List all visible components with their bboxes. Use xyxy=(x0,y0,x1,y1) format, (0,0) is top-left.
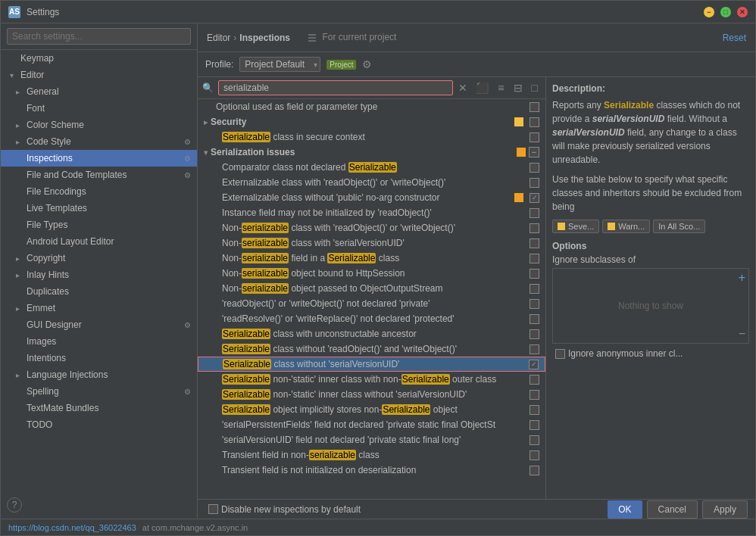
list-item[interactable]: 'readObject()' or 'writeObject()' not de… xyxy=(198,296,545,311)
item-checkbox[interactable] xyxy=(530,435,539,445)
list-item[interactable]: Serializable object implicitly stores no… xyxy=(198,402,545,417)
sidebar-item-language-injections[interactable]: ▸ Language Injections xyxy=(1,366,197,383)
sidebar-item-todo[interactable]: TODO xyxy=(1,416,197,433)
item-checkbox[interactable] xyxy=(530,344,539,354)
remove-class-button[interactable]: − xyxy=(739,328,745,340)
close-button[interactable]: ✕ xyxy=(737,7,748,17)
sidebar-item-textmate-bundles[interactable]: TextMate Bundles xyxy=(1,400,197,416)
list-item[interactable]: Non-serializable object bound to HttpSes… xyxy=(198,266,545,281)
item-checkbox[interactable] xyxy=(530,102,539,112)
sidebar-item-emmet[interactable]: ▸ Emmet xyxy=(1,300,197,316)
item-checkbox[interactable] xyxy=(530,193,539,203)
sidebar-item-live-templates[interactable]: Live Templates xyxy=(1,200,197,217)
collapse-all-button[interactable]: ⊟ xyxy=(511,80,526,95)
list-item[interactable]: Serializable class in secure context xyxy=(198,129,545,145)
sidebar-item-general[interactable]: ▸ General xyxy=(1,83,197,100)
list-item[interactable]: Non-serializable class with 'readObject(… xyxy=(198,220,545,235)
list-item[interactable]: Serializable non-'static' inner class wi… xyxy=(198,372,545,387)
item-checkbox[interactable] xyxy=(530,238,539,248)
list-item[interactable]: Externalizable class without 'public' no… xyxy=(198,190,545,205)
item-text: Serializable class without 'serialVersio… xyxy=(223,359,399,369)
profile-select[interactable]: Project Default xyxy=(239,57,320,72)
sidebar-item-intentions[interactable]: Intentions xyxy=(1,350,197,366)
list-item[interactable]: Transient field in non-serializable clas… xyxy=(198,447,545,463)
more-options-button[interactable]: □ xyxy=(529,80,541,95)
list-item[interactable]: Optional used as field or parameter type xyxy=(198,99,545,114)
item-checkbox[interactable] xyxy=(530,375,539,385)
sidebar-item-file-types[interactable]: File Types xyxy=(1,217,197,233)
ignore-anonymous-checkbox[interactable] xyxy=(555,349,565,359)
sidebar-item-copyright[interactable]: ▸ Copyright xyxy=(1,250,197,266)
item-checkbox[interactable] xyxy=(530,420,539,430)
sidebar-item-inlay-hints[interactable]: ▸ Inlay Hints xyxy=(1,266,197,283)
sidebar-item-code-style[interactable]: ▸ Code Style ⚙ xyxy=(1,133,197,150)
item-checkbox[interactable] xyxy=(530,284,539,294)
list-item[interactable]: Non-serializable class with 'serialVersi… xyxy=(198,235,545,251)
list-item[interactable]: Comparator class not declared Serializab… xyxy=(198,160,545,175)
item-checkbox[interactable] xyxy=(530,329,539,339)
item-checkbox[interactable] xyxy=(530,163,539,173)
sidebar-item-font[interactable]: Font xyxy=(1,100,197,117)
list-item-group-serialization[interactable]: ▾ Serialization issues − xyxy=(198,145,545,160)
filter-button[interactable]: ⬛ xyxy=(473,80,492,95)
reset-button[interactable]: Reset xyxy=(723,33,746,43)
severity-tab-1[interactable]: Warn... xyxy=(602,220,650,233)
sidebar-item-images[interactable]: Images xyxy=(1,333,197,350)
collapse-button[interactable]: − xyxy=(529,147,539,157)
ok-button[interactable]: OK xyxy=(608,500,642,519)
list-item[interactable]: Non-serializable field in a Serializable… xyxy=(198,251,545,266)
list-item-selected[interactable]: Serializable class without 'serialVersio… xyxy=(198,357,545,372)
sidebar-item-android-layout-editor[interactable]: Android Layout Editor xyxy=(1,233,197,250)
sidebar-item-duplicates[interactable]: Duplicates xyxy=(1,283,197,300)
item-checkbox[interactable] xyxy=(530,178,539,188)
add-class-button[interactable]: + xyxy=(739,272,745,284)
item-checkbox[interactable] xyxy=(530,117,539,127)
inspection-items-scroll[interactable]: Optional used as field or parameter type… xyxy=(198,99,545,499)
item-checkbox[interactable] xyxy=(529,360,539,369)
item-checkbox[interactable] xyxy=(530,254,539,263)
item-checkbox[interactable] xyxy=(530,390,539,400)
cancel-button[interactable]: Cancel xyxy=(647,500,698,519)
item-checkbox[interactable] xyxy=(530,314,539,324)
sidebar-item-file-encodings[interactable]: File Encodings xyxy=(1,183,197,200)
sidebar-item-color-scheme[interactable]: ▸ Color Scheme xyxy=(1,117,197,133)
list-item[interactable]: Non-serializable object passed to Object… xyxy=(198,281,545,296)
sidebar-item-spelling[interactable]: Spelling ⚙ xyxy=(1,383,197,400)
list-item-group-security[interactable]: ▸ Security xyxy=(198,114,545,129)
item-checkbox[interactable] xyxy=(530,299,539,309)
item-checkbox[interactable] xyxy=(530,466,539,475)
profile-gear-button[interactable]: ⚙ xyxy=(362,58,372,70)
disable-checkbox[interactable] xyxy=(208,504,218,514)
apply-button[interactable]: Apply xyxy=(702,500,748,519)
clear-search-button[interactable]: ✕ xyxy=(456,82,470,94)
sidebar-item-gui-designer[interactable]: GUI Designer ⚙ xyxy=(1,316,197,333)
list-item[interactable]: 'serialVersionUID' field not declared 'p… xyxy=(198,432,545,447)
list-item[interactable]: Externalizable class with 'readObject()'… xyxy=(198,175,545,190)
sidebar-item-file-code-templates[interactable]: File and Code Templates ⚙ xyxy=(1,167,197,183)
item-checkbox[interactable] xyxy=(530,269,539,279)
sidebar-item-keymap[interactable]: Keymap xyxy=(1,50,197,67)
list-item[interactable]: Transient field is not initialized on de… xyxy=(198,463,545,478)
list-item[interactable]: 'serialPersistentFields' field not decla… xyxy=(198,417,545,432)
help-button[interactable]: ? xyxy=(7,497,22,513)
item-checkbox[interactable] xyxy=(530,405,539,415)
expand-all-button[interactable]: ≡ xyxy=(495,80,507,95)
description-text: Reports any Serializable classes which d… xyxy=(552,98,749,167)
item-checkbox[interactable] xyxy=(530,208,539,218)
list-item[interactable]: Serializable non-'static' inner class wi… xyxy=(198,387,545,402)
sidebar-item-inspections[interactable]: Inspections ⚙ xyxy=(1,150,197,167)
minimize-button[interactable]: − xyxy=(704,7,714,17)
list-item[interactable]: Serializable class without 'readObject()… xyxy=(198,341,545,357)
item-checkbox[interactable] xyxy=(530,132,539,142)
severity-tab-2[interactable]: In All Sco... xyxy=(653,220,705,233)
item-checkbox[interactable] xyxy=(530,450,539,460)
severity-tab-0[interactable]: Seve... xyxy=(552,220,599,233)
list-item[interactable]: Instance field may not be initialized by… xyxy=(198,205,545,220)
maximize-button[interactable]: □ xyxy=(720,7,731,17)
sidebar-search-input[interactable] xyxy=(7,28,191,45)
list-item[interactable]: Serializable class with unconstructable … xyxy=(198,326,545,341)
sidebar-item-editor[interactable]: ▾ Editor xyxy=(1,67,197,83)
item-checkbox[interactable] xyxy=(530,223,539,233)
inspection-search-input[interactable] xyxy=(218,80,453,95)
list-item[interactable]: 'readResolve()' or 'writeReplace()' not … xyxy=(198,311,545,326)
